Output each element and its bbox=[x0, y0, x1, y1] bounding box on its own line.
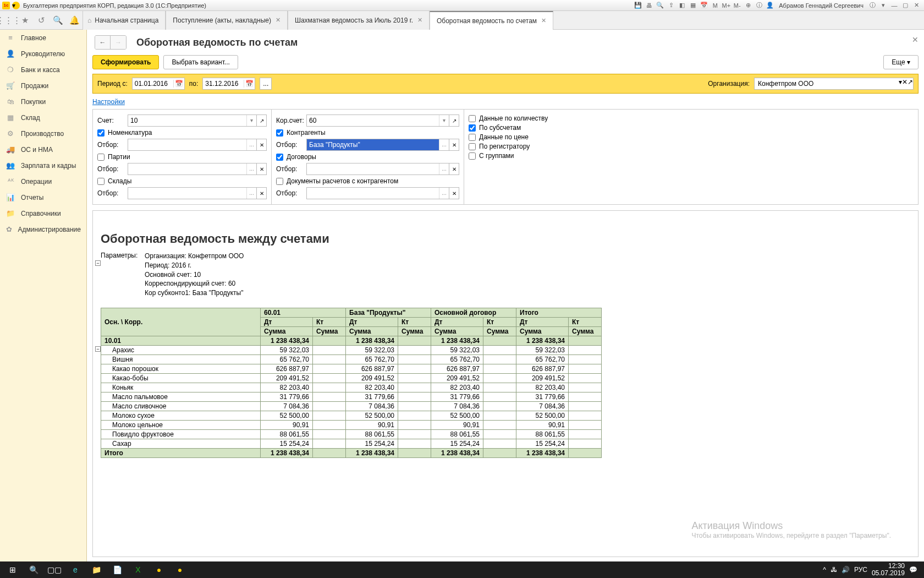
calendar-icon[interactable]: 📅 bbox=[173, 80, 184, 88]
bell-icon[interactable]: 🔔 bbox=[66, 11, 82, 30]
sidebar-item[interactable]: 🛍Покупки bbox=[0, 94, 86, 110]
share-icon[interactable]: ⇪ bbox=[667, 1, 675, 10]
cb-groups[interactable]: С группами bbox=[469, 152, 548, 160]
cb-contragents[interactable]: Контрагенты bbox=[276, 129, 459, 137]
table-row[interactable]: Коньяк82 203,4082 203,4082 203,4082 203,… bbox=[101, 383, 602, 392]
cb-sub[interactable]: По субсчетам bbox=[469, 124, 548, 132]
account-input[interactable] bbox=[128, 115, 246, 126]
save-icon[interactable]: 💾 bbox=[634, 1, 642, 10]
tab-turnover[interactable]: Оборотная ведомость по счетам✕ bbox=[430, 11, 553, 30]
user-name[interactable]: Абрамов Геннадий Сергеевич bbox=[779, 2, 864, 9]
table-row[interactable]: Вишня65 762,7065 762,7065 762,7065 762,7… bbox=[101, 355, 602, 364]
m-icon[interactable]: M bbox=[711, 1, 719, 10]
clear-icon[interactable]: ✕ bbox=[257, 187, 267, 199]
tab-receipts[interactable]: Поступление (акты, накладные)✕ bbox=[166, 11, 288, 30]
sidebar-item[interactable]: 📊Отчеты bbox=[0, 189, 86, 205]
apps-icon[interactable]: ⋮⋮⋮ bbox=[0, 11, 16, 30]
cor-otbor1-field[interactable]: ... bbox=[306, 139, 449, 151]
help-icon[interactable]: ⓘ bbox=[868, 1, 877, 10]
sidebar-item[interactable]: 👥Зарплата и кадры bbox=[0, 157, 86, 173]
nav-back-button[interactable]: ← bbox=[95, 36, 111, 49]
dropdown-icon[interactable]: ▾ bbox=[12, 2, 20, 9]
sidebar-item[interactable]: 👤Руководителю bbox=[0, 46, 86, 62]
table-row[interactable]: Молоко цельное90,9190,9190,9190,91 bbox=[101, 420, 602, 429]
calc-icon[interactable]: ▦ bbox=[689, 1, 697, 10]
cb-parties[interactable]: Партии bbox=[97, 153, 267, 161]
sidebar-item[interactable]: ⚙Производство bbox=[0, 126, 86, 141]
info-icon[interactable]: ⓘ bbox=[755, 1, 763, 10]
mplus-icon[interactable]: M+ bbox=[722, 1, 730, 10]
table-row[interactable]: Молоко сухое52 500,0052 500,0052 500,005… bbox=[101, 411, 602, 420]
otbor2-field[interactable]: ... bbox=[128, 163, 257, 175]
table-row[interactable]: Повидло фруктовое88 061,5588 061,5588 06… bbox=[101, 429, 602, 439]
more-button[interactable]: Еще ▾ bbox=[883, 55, 919, 69]
table-row[interactable]: Какао порошок626 887,97626 887,97626 887… bbox=[101, 364, 602, 373]
collapse-icon[interactable]: − bbox=[95, 346, 101, 352]
date-to-field[interactable]: 📅 bbox=[202, 78, 255, 90]
date-to-input[interactable] bbox=[203, 78, 244, 89]
cb-qty[interactable]: Данные по количеству bbox=[469, 114, 548, 122]
print-icon[interactable]: 🖶 bbox=[645, 1, 653, 10]
cb-docs[interactable]: Документы расчетов с контрагентом bbox=[276, 177, 459, 185]
report-area[interactable]: − − Оборотная ведомость между счетами Па… bbox=[92, 210, 919, 557]
compare-icon[interactable]: ◧ bbox=[678, 1, 686, 10]
history-icon[interactable]: ↺ bbox=[33, 11, 50, 30]
cb-sklady[interactable]: Склады bbox=[97, 177, 267, 185]
clear-icon[interactable]: ✕ bbox=[449, 187, 459, 199]
cor-otbor2-field[interactable]: ... bbox=[306, 163, 449, 175]
table-row[interactable]: 10.011 238 438,341 238 438,341 238 438,3… bbox=[101, 336, 602, 345]
tab-home[interactable]: ⌂Начальная страница bbox=[82, 11, 166, 30]
account-field[interactable]: ▾ bbox=[128, 114, 257, 127]
table-row[interactable]: Итого1 238 438,341 238 438,341 238 438,3… bbox=[101, 448, 602, 457]
cb-price[interactable]: Данные по цене bbox=[469, 133, 548, 141]
dropdown-icon[interactable]: ▾ bbox=[439, 115, 449, 126]
minimize-icon[interactable]: — bbox=[890, 1, 899, 10]
clear-icon[interactable]: ✕ bbox=[449, 163, 459, 175]
table-row[interactable]: Арахис59 322,0359 322,0359 322,0359 322,… bbox=[101, 345, 602, 355]
sidebar-item[interactable]: 🛒Продажи bbox=[0, 78, 86, 94]
clear-icon[interactable]: ✕ bbox=[449, 139, 459, 151]
variant-button[interactable]: Выбрать вариант... bbox=[163, 55, 238, 69]
clear-icon[interactable]: ✕ bbox=[257, 139, 267, 151]
clear-icon[interactable]: ✕ bbox=[257, 163, 267, 175]
nav-fwd-button[interactable]: → bbox=[111, 36, 126, 49]
sidebar-item[interactable]: ▦Склад bbox=[0, 110, 86, 126]
calendar-icon[interactable]: 📅 bbox=[700, 1, 708, 10]
date-from-input[interactable] bbox=[133, 78, 173, 89]
period-picker-button[interactable]: ... bbox=[260, 78, 272, 90]
cb-reg[interactable]: По регистратору bbox=[469, 143, 548, 150]
form-button[interactable]: Сформировать bbox=[92, 55, 159, 69]
sidebar-item[interactable]: ✿Администрирование bbox=[0, 221, 86, 237]
date-from-field[interactable]: 📅 bbox=[132, 78, 185, 90]
sidebar-item[interactable]: 📁Справочники bbox=[0, 205, 86, 221]
close-icon[interactable]: ✕ bbox=[541, 17, 546, 24]
close-icon[interactable]: ✕ bbox=[417, 17, 422, 24]
clear-icon[interactable]: ✕ bbox=[902, 78, 908, 89]
search-icon[interactable]: 🔍 bbox=[50, 11, 66, 30]
zoom-icon[interactable]: ⊕ bbox=[744, 1, 752, 10]
open-icon[interactable]: ↗ bbox=[908, 78, 913, 89]
table-row[interactable]: Сахар15 254,2415 254,2415 254,2415 254,2… bbox=[101, 439, 602, 448]
open-icon[interactable]: ↗ bbox=[449, 114, 459, 127]
min-more-icon[interactable]: ▾ bbox=[879, 1, 888, 10]
more-icon[interactable]: ... bbox=[439, 139, 449, 150]
close-icon[interactable]: ✕ bbox=[276, 17, 280, 24]
more-icon[interactable]: ... bbox=[439, 188, 449, 199]
star-icon[interactable]: ★ bbox=[16, 11, 33, 30]
more-icon[interactable]: ... bbox=[439, 163, 449, 175]
sidebar-item[interactable]: ≡Главное bbox=[0, 30, 86, 46]
open-icon[interactable]: ↗ bbox=[257, 114, 267, 127]
close-window-icon[interactable]: ✕ bbox=[912, 1, 921, 10]
cor-field[interactable]: ▾ bbox=[306, 114, 449, 127]
more-icon[interactable]: ... bbox=[246, 163, 256, 175]
cb-nomenclature[interactable]: Номенклатура bbox=[97, 129, 267, 137]
more-icon[interactable]: ... bbox=[246, 139, 256, 150]
org-input[interactable] bbox=[755, 78, 899, 89]
dropdown-icon[interactable]: ▾ bbox=[246, 115, 256, 126]
preview-icon[interactable]: 🔍 bbox=[656, 1, 664, 10]
calendar-icon[interactable]: 📅 bbox=[244, 80, 255, 88]
collapse-icon[interactable]: − bbox=[95, 260, 101, 266]
sidebar-item[interactable]: ❍Банк и касса bbox=[0, 62, 86, 78]
settings-link[interactable]: Настройки bbox=[92, 98, 919, 106]
table-row[interactable]: Масло пальмовое31 779,6631 779,6631 779,… bbox=[101, 392, 602, 401]
